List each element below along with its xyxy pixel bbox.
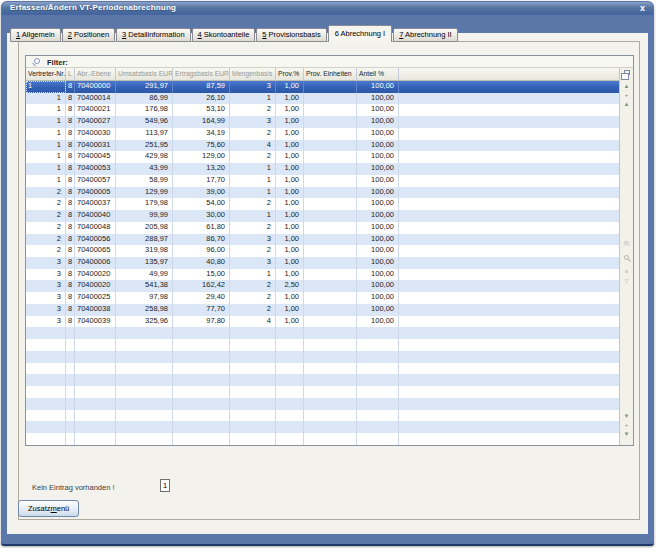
cell: 1,00	[276, 187, 304, 199]
cell	[276, 327, 304, 339]
cell: 99,99	[116, 210, 173, 222]
cell-filler	[399, 269, 619, 281]
tab-abrechnung-2[interactable]: 7 Abrechnung II	[393, 28, 458, 42]
search-zoom-icon[interactable]	[624, 255, 629, 260]
grid-scroll-strip[interactable]: ▲ + ▲ (‖) ≡ ▽ ▼ + ▼	[619, 68, 633, 445]
cell	[304, 351, 357, 363]
table-row[interactable]: 1870400031251,9575,6041,00100,00	[26, 140, 619, 152]
cell	[357, 398, 399, 410]
column-header-anteil-[interactable]: Anteil %	[357, 68, 399, 80]
table-row-empty[interactable]	[26, 327, 619, 339]
table-row[interactable]: 2870400048205,9861,8021,00100,00	[26, 222, 619, 234]
cell: 8	[66, 175, 75, 187]
cell: 1	[230, 175, 276, 187]
column-header-prov-[interactable]: Prov.%	[276, 68, 304, 80]
tab-detailinformation[interactable]: 3 Detailinformation	[116, 28, 191, 42]
cell	[304, 269, 357, 281]
cell	[230, 421, 276, 433]
cell	[173, 327, 230, 339]
cell	[66, 433, 75, 445]
table-row[interactable]: 3870400006135,9740,8031,00100,00	[26, 257, 619, 269]
table-row[interactable]: 2870400056288,9786,7031,00100,00	[26, 234, 619, 246]
table-row-empty[interactable]	[26, 421, 619, 433]
scroll-next-icon[interactable]: ▼	[620, 412, 633, 421]
column-width-icon[interactable]: (‖)	[620, 238, 633, 248]
column-header-vertreter-nr-[interactable]: Vertreter-Nr.	[26, 68, 66, 80]
cell: 162,42	[173, 280, 230, 292]
cell: 100,00	[357, 234, 399, 246]
dialog-window: Erfassen/Ändern VT-Periodenabrechnung x …	[1, 1, 654, 546]
tab-provisionsbasis[interactable]: 5 Provisionsbasis	[256, 28, 326, 42]
scroll-up-icon[interactable]: +	[620, 91, 633, 100]
cell: 100,00	[357, 316, 399, 328]
table-row[interactable]: 1870400045429,98129,0021,00100,00	[26, 151, 619, 163]
column-chooser-icon[interactable]	[624, 70, 630, 75]
column-header-umsatzbasis-eur[interactable]: Umsatzbasis EUR	[116, 68, 173, 80]
cell	[304, 128, 357, 140]
cell: 8	[66, 257, 75, 269]
scroll-last-icon[interactable]: ▼	[620, 430, 633, 439]
table-row[interactable]: 3870400039325,9697,8041,00100,00	[26, 316, 619, 328]
filter-funnel-icon[interactable]: ▽	[620, 276, 633, 286]
table-row[interactable]: 1870400000291,9787,5931,00100,00	[26, 81, 619, 93]
cell: 61,80	[173, 222, 230, 234]
table-row-empty[interactable]	[26, 374, 619, 386]
cell: 29,40	[173, 292, 230, 304]
table-row-empty[interactable]	[26, 351, 619, 363]
table-row-empty[interactable]	[26, 363, 619, 375]
scroll-first-icon[interactable]: ▲	[620, 82, 633, 91]
table-row[interactable]: 1870400021176,9853,1021,00100,00	[26, 104, 619, 116]
cell: 8	[66, 304, 75, 316]
cell	[26, 398, 66, 410]
column-header-mengenbasis[interactable]: Mengenbasis	[230, 68, 276, 80]
table-row[interactable]: 2870400037179,9854,0021,00100,00	[26, 198, 619, 210]
zusatzmenu-button[interactable]: Zusatzmenü	[18, 500, 79, 517]
table-row[interactable]: 387040002049,9915,0011,00100,00	[26, 269, 619, 281]
table-row[interactable]: 287040004099,9930,0011,00100,00	[26, 210, 619, 222]
cell: 100,00	[357, 140, 399, 152]
cell: 70400014	[75, 93, 116, 105]
table-row-empty[interactable]	[26, 410, 619, 422]
table-row[interactable]: 187040005758,9917,7011,00100,00	[26, 175, 619, 187]
cell: 77,70	[173, 304, 230, 316]
cell	[116, 421, 173, 433]
cell	[26, 421, 66, 433]
table-row[interactable]: 187040005343,9913,2011,00100,00	[26, 163, 619, 175]
cell: 2	[26, 222, 66, 234]
tab-abrechnung-1[interactable]: 6 Abrechnung I	[328, 25, 392, 42]
cell	[26, 363, 66, 375]
table-row[interactable]: 3870400038258,9877,7021,00100,00	[26, 304, 619, 316]
column-header-prov-einheiten[interactable]: Prov. Einheiten	[304, 68, 357, 80]
tab-allgemein[interactable]: 1 Allgemein	[10, 28, 61, 42]
column-header-l[interactable]: L	[66, 68, 75, 80]
table-row[interactable]: 2870400005129,9939,0011,00100,00	[26, 187, 619, 199]
table-row-empty[interactable]	[26, 386, 619, 398]
table-row[interactable]: 1870400030113,9734,1921,00100,00	[26, 128, 619, 140]
tab-positionen[interactable]: 2 Positionen	[62, 28, 115, 42]
table-row[interactable]: 187040001486,9926,1011,00100,00	[26, 93, 619, 105]
table-row-empty[interactable]	[26, 433, 619, 445]
table-row[interactable]: 3870400020541,38162,4222,50100,00	[26, 280, 619, 292]
table-row-empty[interactable]	[26, 339, 619, 351]
close-icon[interactable]: x	[640, 3, 645, 13]
scroll-down-icon[interactable]: +	[620, 421, 633, 430]
cell: 70400027	[75, 116, 116, 128]
tab-skontoanteile[interactable]: 4 Skontoanteile	[192, 28, 256, 42]
cell: 1	[26, 104, 66, 116]
column-header-ertragsbasis-eur[interactable]: Ertragsbasis EUR	[173, 68, 230, 80]
table-row[interactable]: 387040002597,9829,4021,00100,00	[26, 292, 619, 304]
rows-icon[interactable]: ≡	[620, 266, 633, 276]
cell: 70400037	[75, 198, 116, 210]
cell	[173, 351, 230, 363]
scroll-prev-icon[interactable]: ▲	[620, 100, 633, 109]
cell: 3	[26, 304, 66, 316]
cell: 96,00	[173, 245, 230, 257]
table-row[interactable]: 2870400065319,9896,0021,00100,00	[26, 245, 619, 257]
filter-row[interactable]: Filter:	[26, 56, 633, 68]
table-row-empty[interactable]	[26, 398, 619, 410]
column-header-abr-ebene[interactable]: Abr.-Ebene	[75, 68, 116, 80]
search-icon[interactable]	[34, 58, 40, 64]
scroll-controls-bottom: ▼ + ▼	[620, 412, 633, 439]
table-row[interactable]: 1870400027549,96164,9931,00100,00	[26, 116, 619, 128]
cell-filler	[399, 292, 619, 304]
